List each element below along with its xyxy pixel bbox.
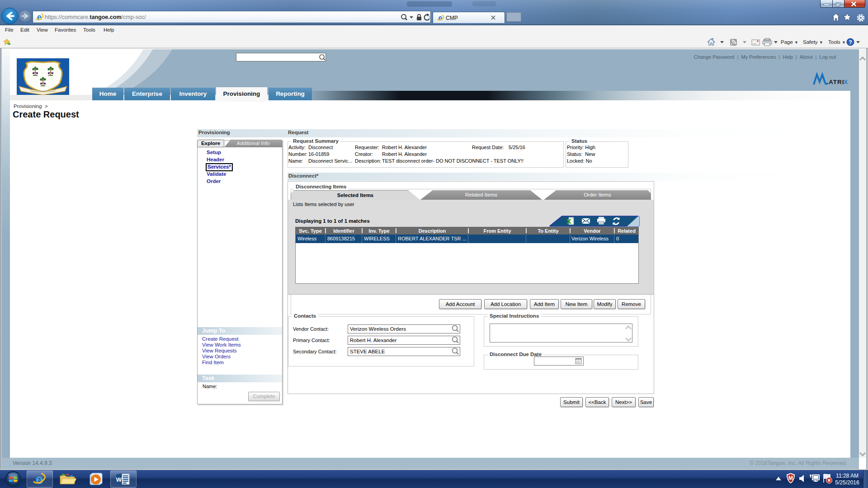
svg-text:M: M	[788, 475, 793, 481]
svg-text:ATRI: ATRI	[829, 79, 844, 85]
svg-text:W: W	[116, 476, 122, 483]
svg-text:e: e	[439, 14, 443, 22]
svg-text:?: ?	[849, 39, 852, 46]
svg-text:X: X	[844, 79, 848, 85]
svg-text:e: e	[37, 13, 42, 22]
